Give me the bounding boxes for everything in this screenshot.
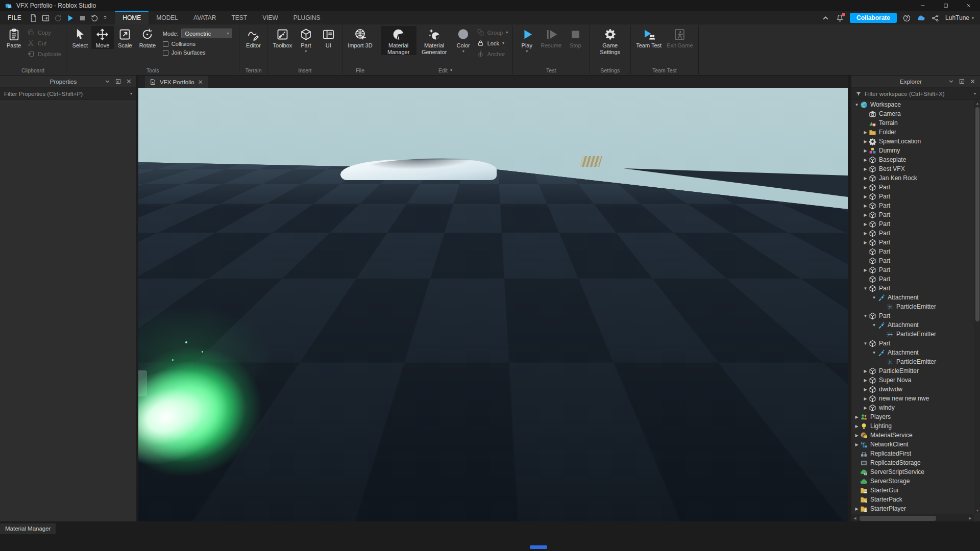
expand-right-icon[interactable]: ▶ [853, 415, 860, 419]
close-tab-icon[interactable]: ✕ [198, 79, 203, 86]
tree-item-part[interactable]: ▶Part [851, 265, 974, 274]
tree-item-part[interactable]: ▶Part [851, 192, 974, 201]
expand-right-icon[interactable]: ▶ [853, 424, 860, 429]
tree-item-particleemitter[interactable]: ParticleEmitter [851, 330, 974, 339]
tree-item-dummy[interactable]: ▶Dummy [851, 146, 974, 155]
file-menu[interactable]: FILE [0, 11, 29, 24]
tree-item-lighting[interactable]: ▶Lighting [851, 421, 974, 431]
move-button[interactable]: Move [91, 26, 114, 49]
new-file-icon[interactable] [29, 14, 38, 22]
ribbon-tab-test[interactable]: TEST [224, 11, 255, 24]
tree-item-part[interactable]: ▶Part [851, 183, 974, 192]
expand-right-icon[interactable]: ▶ [862, 194, 869, 199]
ribbon-tab-avatar[interactable]: AVATAR [186, 11, 224, 24]
tree-item-startergui[interactable]: StarterGui [851, 486, 974, 495]
tree-item-part[interactable]: ▶Part [851, 219, 974, 229]
close-button[interactable] [957, 0, 980, 11]
ribbon-tab-plugins[interactable]: PLUGINS [286, 11, 328, 24]
tree-item-particleemitter[interactable]: ParticleEmitter [851, 357, 974, 366]
explorer-vertical-scrollbar[interactable]: ▲ ▼ [974, 100, 980, 513]
tree-item-windy[interactable]: ▶windy [851, 403, 974, 412]
open-file-icon[interactable] [41, 14, 50, 22]
editor-button[interactable]: Editor [242, 26, 264, 49]
expand-right-icon[interactable]: ▶ [853, 433, 860, 438]
toolbox-button[interactable]: Toolbox [270, 26, 295, 49]
expand-right-icon[interactable]: ▶ [853, 442, 860, 447]
expand-right-icon[interactable]: ▶ [853, 507, 860, 511]
undo-icon[interactable] [90, 14, 99, 22]
mode-dropdown[interactable]: Geometric▾ [181, 29, 232, 38]
expand-right-icon[interactable]: ▶ [862, 222, 869, 227]
material-manager-button[interactable]: Material Manager [381, 26, 416, 55]
scroll-up-icon[interactable]: ▲ [974, 100, 980, 106]
expand-right-icon[interactable]: ▶ [862, 185, 869, 190]
tree-item-replicatedstorage[interactable]: ReplicatedStorage [851, 458, 974, 467]
expand-right-icon[interactable]: ▶ [862, 369, 869, 373]
maximize-button[interactable] [934, 0, 957, 11]
expand-right-icon[interactable]: ▶ [862, 204, 869, 208]
tree-item-starterplayer[interactable]: ▶StarterPlayer [851, 504, 974, 513]
tree-item-part[interactable]: ▶Part [851, 238, 974, 247]
tree-item-starterpack[interactable]: StarterPack [851, 495, 974, 504]
import-3d-button[interactable]: Import 3D [345, 26, 375, 49]
game-settings-button[interactable]: Game Settings [592, 26, 628, 55]
scale-button[interactable]: Scale [114, 26, 136, 49]
tree-item-attachment[interactable]: ▼Attachment [851, 293, 974, 302]
tree-item-part[interactable]: ▼Part [851, 311, 974, 320]
tree-item-super-nova[interactable]: ▶Super Nova [851, 375, 974, 385]
expand-right-icon[interactable]: ▶ [862, 213, 869, 217]
explorer-filter-input[interactable]: Filter workspace (Ctrl+Shift+X) ▾ [851, 88, 980, 100]
3d-viewport-canvas[interactable] [138, 88, 848, 521]
tree-item-attachment[interactable]: ▼Attachment [851, 348, 974, 357]
ribbon-tab-view[interactable]: VIEW [255, 11, 286, 24]
expand-right-icon[interactable]: ▶ [862, 176, 869, 181]
expand-down-icon[interactable]: ▼ [862, 286, 869, 291]
cloud-sync-icon[interactable] [917, 14, 925, 22]
tree-item-terrain[interactable]: Terrain [851, 118, 974, 128]
tree-item-camera[interactable]: Camera [851, 109, 974, 118]
notifications-bell-icon[interactable] [836, 14, 844, 22]
tree-item-materialservice[interactable]: ▶MaterialService [851, 431, 974, 440]
paste-button[interactable]: Paste [3, 26, 25, 49]
collapse-ribbon-icon[interactable] [821, 14, 830, 22]
tree-item-folder[interactable]: ▶Folder [851, 128, 974, 137]
expand-right-icon[interactable]: ▶ [862, 130, 869, 135]
properties-filter-input[interactable]: Filter Properties (Ctrl+Shift+P) ▾ [0, 88, 136, 100]
tree-item-serverscriptservice[interactable]: ServerScriptService [851, 467, 974, 477]
tree-item-jan-ken-rock[interactable]: ▶Jan Ken Rock [851, 173, 974, 183]
collisions-checkbox[interactable]: Collisions [163, 41, 233, 47]
team-test-button[interactable]: Team Test [633, 26, 664, 49]
expand-down-icon[interactable]: ▼ [862, 314, 869, 318]
tree-item-serverstorage[interactable]: ServerStorage [851, 477, 974, 486]
expand-down-icon[interactable]: ▼ [871, 350, 877, 355]
expand-right-icon[interactable]: ▶ [862, 387, 869, 392]
select-button[interactable]: Select [69, 26, 91, 49]
tree-item-attachment[interactable]: ▼Attachment [851, 320, 974, 330]
tree-item-spawnlocation[interactable]: ▶SpawnLocation [851, 137, 974, 146]
expand-right-icon[interactable]: ▶ [862, 148, 869, 153]
tree-item-part[interactable]: ▶Part [851, 201, 974, 210]
expand-right-icon[interactable]: ▶ [862, 231, 869, 236]
ribbon-tab-home[interactable]: HOME [115, 11, 149, 24]
scrollbar-thumb[interactable] [975, 107, 979, 321]
tree-item-part[interactable]: ▼Part [851, 339, 974, 348]
tree-item-workspace[interactable]: ▼Workspace [851, 100, 974, 109]
collaborate-button[interactable]: Collaborate [850, 13, 897, 23]
expand-right-icon[interactable]: ▶ [862, 139, 869, 144]
expand-right-icon[interactable]: ▶ [862, 396, 869, 401]
tree-item-part[interactable]: Part [851, 256, 974, 265]
expand-down-icon[interactable]: ▼ [871, 323, 877, 328]
tree-item-part[interactable]: Part [851, 274, 974, 284]
tree-item-networkclient[interactable]: ▶NetworkClient [851, 440, 974, 449]
tree-item-particleemitter[interactable]: ParticleEmitter [851, 302, 974, 311]
play-quick-icon[interactable] [66, 14, 75, 22]
undock-panel-icon[interactable] [959, 78, 965, 85]
toolbar-options-caret-icon[interactable] [103, 14, 108, 22]
tree-item-part[interactable]: ▶Part [851, 229, 974, 238]
tree-item-replicatedfirst[interactable]: ReplicatedFirst [851, 449, 974, 458]
close-panel-icon[interactable] [126, 78, 132, 85]
tree-item-particleemitter[interactable]: ▶ParticleEmitter [851, 366, 974, 375]
expand-right-icon[interactable]: ▶ [862, 240, 869, 245]
ui-button[interactable]: UI [317, 26, 339, 49]
user-menu[interactable]: LuhTune▾ [945, 14, 974, 21]
